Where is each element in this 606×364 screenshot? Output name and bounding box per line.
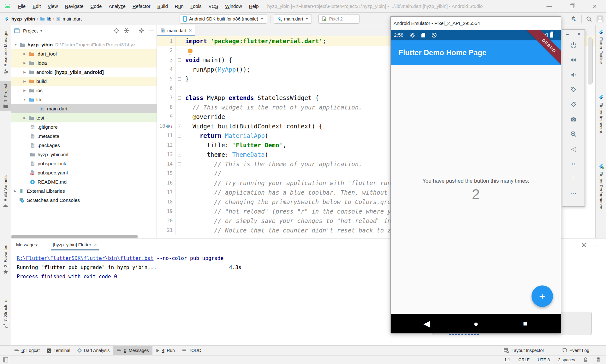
tree-item--metadata[interactable]: .metadata (11, 132, 157, 141)
tool-button-layout-inspector[interactable]: Layout Inspector (500, 346, 548, 355)
menu-code[interactable]: Code (87, 3, 105, 9)
tool-button-0-messages[interactable]: 0: Messages (113, 346, 152, 355)
close-icon[interactable]: ✕ (94, 243, 97, 247)
tree-item-android[interactable]: ▶android[hyzp_yibin_android] (11, 68, 157, 77)
editor-vertical-scrollbar[interactable] (588, 37, 593, 85)
fold-marker[interactable] (175, 131, 183, 140)
toolbar-button-resource-manager[interactable]: Resource Manager (0, 28, 11, 76)
menu-vcs[interactable]: VCS (205, 3, 222, 9)
settings-icon[interactable] (581, 242, 587, 248)
emulator-screen[interactable]: 2:58 Flutter Demo Home Page DEBUG (391, 30, 561, 333)
emulator-zoom-in-button[interactable] (570, 131, 577, 138)
tree-item-ios[interactable]: ▶ios (11, 86, 157, 95)
toolwindow-toggle-icon[interactable] (3, 357, 8, 362)
menu-file[interactable]: File (15, 3, 29, 9)
device-selector[interactable]: Android SDK built for x86 (mobile) ▼ (180, 14, 267, 24)
tool-button-4-run[interactable]: 4: Run (152, 346, 178, 355)
tool-button-dart-analysis[interactable]: Dart Analysis (74, 346, 113, 355)
menu-tools[interactable]: Tools (187, 3, 205, 9)
unlock-icon[interactable] (583, 357, 588, 362)
toolbar-button-build-variants[interactable]: Build Variants (0, 173, 11, 209)
tree-item--dart-tool[interactable]: ▶.dart_tool (11, 49, 157, 58)
tree-item-hyzp-yibin-iml[interactable]: hyzp_yibin.iml (11, 150, 157, 159)
tree-item-pubspec-yaml[interactable]: YMLpubspec.yaml (11, 168, 157, 177)
chevron-collapsed-icon[interactable]: ▶ (21, 116, 28, 120)
toolbar-button-2-favorites[interactable]: 2: Favorites (0, 242, 11, 277)
collapse-all-icon[interactable] (124, 28, 129, 33)
tree-item-pubspec-lock[interactable]: pubspec.lock (11, 159, 157, 168)
chevron-collapsed-icon[interactable]: ▶ (12, 189, 19, 193)
emulator-rotate-left-button[interactable] (570, 86, 577, 93)
menu-view[interactable]: View (44, 3, 61, 9)
emulator-more-button[interactable]: ⋯ (570, 190, 577, 197)
emulator-camera-button[interactable] (570, 116, 577, 123)
menu-analyze[interactable]: Analyze (105, 3, 129, 9)
emulator-close-button[interactable]: ✕ (577, 32, 581, 37)
fab-increment-button[interactable]: + (532, 285, 553, 307)
project-view-selector[interactable]: Project (23, 28, 38, 33)
chevron-collapsed-icon[interactable]: ▶ (21, 70, 28, 74)
tree-item-lib[interactable]: ▼lib (11, 95, 157, 104)
nav-home-button[interactable]: ● (467, 314, 485, 333)
menu-run[interactable]: Run (171, 3, 187, 9)
chevron-collapsed-icon[interactable]: ▶ (21, 52, 28, 56)
sdk-manager-icon[interactable] (571, 16, 577, 22)
toolbar-button-flutter-inspector[interactable]: Flutter Inspector (596, 92, 606, 136)
toolbar-button-1-project[interactable]: 1: Project (0, 81, 11, 111)
file-encoding[interactable]: UTF-8 (538, 357, 550, 362)
breadcrumb-lib[interactable]: lib (47, 16, 51, 21)
emulator-minimize-button[interactable]: – (566, 32, 569, 37)
close-icon[interactable]: ✕ (188, 28, 192, 33)
emulator-power-button[interactable] (570, 42, 577, 49)
fold-marker[interactable] (175, 55, 183, 65)
fold-marker[interactable] (175, 74, 183, 84)
tree-item-scratches-and-consoles[interactable]: Scratches and Consoles (11, 196, 157, 205)
override-gutter-icon[interactable]: ↑ (166, 124, 173, 129)
caret-position[interactable]: 1:1 (504, 357, 510, 362)
fold-marker[interactable] (175, 159, 183, 169)
emulator-volume-up-button[interactable] (570, 56, 577, 63)
toolbar-button-flutter-outline[interactable]: Flutter Outline (596, 27, 606, 67)
line-ending[interactable]: CRLF (518, 357, 529, 362)
breadcrumb-file[interactable]: main.dart (62, 16, 81, 21)
tool-button-todo[interactable]: TODO (178, 346, 205, 355)
menu-navigate[interactable]: Navigate (61, 3, 87, 9)
fold-marker[interactable] (175, 93, 183, 103)
indent-setting[interactable]: 2 spaces (558, 357, 575, 362)
chevron-collapsed-icon[interactable]: ▶ (21, 89, 28, 92)
locate-icon[interactable] (114, 28, 119, 33)
chevron-collapsed-icon[interactable]: ▶ (21, 61, 28, 65)
tool-button-6-logcat[interactable]: 6: Logcat (11, 346, 43, 355)
hide-panel-icon[interactable]: — (594, 242, 599, 248)
nav-recents-button[interactable]: ■ (516, 314, 534, 333)
tree-item--packages[interactable]: .packages (11, 141, 157, 150)
tree-item-build[interactable]: ▶build (11, 77, 157, 86)
chevron-collapsed-icon[interactable]: ▶ (21, 79, 28, 83)
search-icon[interactable] (586, 16, 592, 22)
tree-item-main-dart[interactable]: main.dart (11, 104, 157, 113)
emulator-rotate-right-button[interactable] (570, 101, 577, 108)
menu-build[interactable]: Build (154, 3, 171, 9)
tree-item-hyzp-yibin[interactable]: ▼hyzp_yibinR:\FlutterProject\FlutterProj… (11, 40, 157, 49)
restore-button[interactable] (561, 0, 583, 13)
close-button[interactable]: ✕ (583, 0, 606, 13)
tool-button-event-log[interactable]: Event Log (559, 346, 593, 355)
profile-icon[interactable] (597, 15, 603, 22)
tree-item-readme-md[interactable]: README.md (11, 177, 157, 186)
emulator-back-button[interactable]: ◁ (570, 145, 577, 152)
tree-item-external-libraries[interactable]: ▶External Libraries (11, 186, 157, 196)
hector-icon[interactable] (596, 357, 601, 362)
tree-item--gitignore[interactable]: .gitignore (11, 122, 157, 132)
nav-back-button[interactable]: ◀ (418, 314, 436, 333)
menu-edit[interactable]: Edit (29, 3, 44, 9)
run-config-selector[interactable]: main.dart ▼ (274, 14, 312, 24)
hide-icon[interactable]: — (149, 27, 154, 34)
chevron-expanded-icon[interactable]: ▼ (12, 43, 19, 46)
chevron-expanded-icon[interactable]: ▼ (21, 98, 28, 101)
tab-main-dart[interactable]: main.dart ✕ (157, 25, 195, 36)
toolbar-button-7-structure[interactable]: 7: Structure (0, 297, 11, 331)
tool-button-terminal[interactable]: Terminal (43, 346, 74, 355)
toolbar-button-flutter-performance[interactable]: Flutter Performance (596, 161, 606, 212)
settings-icon[interactable] (139, 28, 144, 33)
emulator-overview-button[interactable]: □ (570, 175, 577, 182)
